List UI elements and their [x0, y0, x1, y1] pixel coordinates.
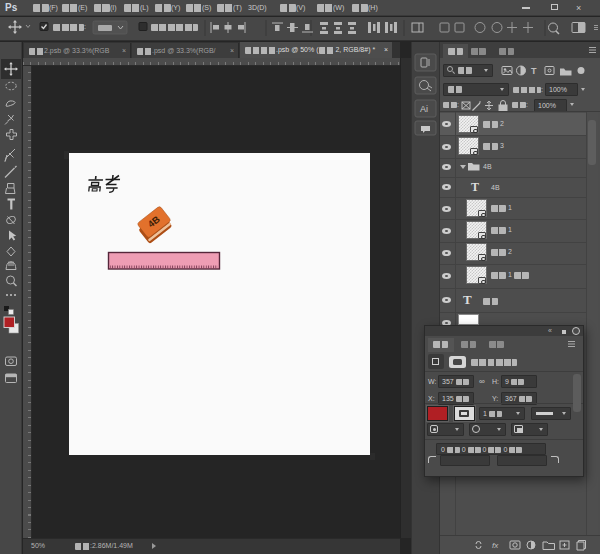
- svg-text:Ai: Ai: [420, 104, 428, 114]
- svg-text:T: T: [531, 66, 537, 76]
- svg-text:fx: fx: [492, 541, 499, 550]
